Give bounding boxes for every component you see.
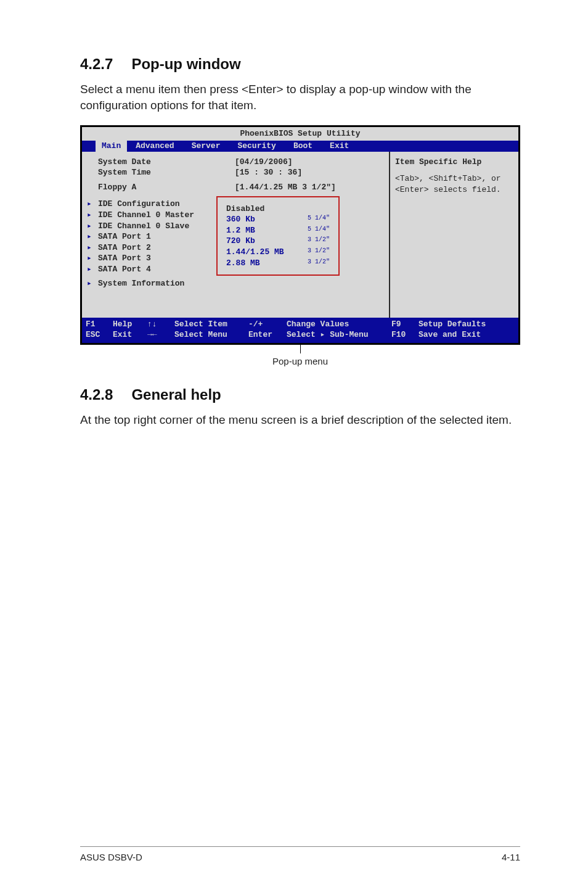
value-floppy-a[interactable]: [1.44/1.25 MB 3 1/2"]	[235, 182, 336, 193]
foot-label-select-submenu: Select ▸ Sub-Menu	[287, 329, 391, 340]
section-heading-general: 4.2.8General help	[80, 386, 520, 403]
footer-left: ASUS DSBV-D	[80, 852, 142, 862]
submenu-label: SATA Port 4	[98, 264, 151, 275]
foot-key-f1: F1	[86, 319, 113, 330]
popup-option-720kb[interactable]: 720 Kb3 1/2"	[226, 236, 330, 247]
label-system-date: System Date	[87, 157, 235, 168]
tab-server[interactable]: Server	[183, 141, 229, 152]
bios-left-pane: System Date [04/19/2006] System Time [15…	[82, 152, 389, 318]
section-title: General help	[131, 386, 221, 403]
foot-label-change-values: Change Values	[287, 319, 391, 330]
foot-label-select-menu: Select Menu	[174, 329, 248, 340]
arrow-right-icon: ▸	[87, 253, 98, 264]
footer-right: 4-11	[502, 852, 520, 862]
updown-icon: ↑↓	[147, 319, 174, 330]
foot-label-setup-defaults: Setup Defaults	[419, 319, 515, 330]
arrow-right-icon: ▸	[87, 221, 98, 232]
bios-title: PhoenixBIOS Setup Utility	[82, 127, 518, 141]
submenu-label: IDE Channel 0 Master	[98, 210, 194, 221]
foot-key-esc: ESC	[86, 329, 113, 340]
footer-rule	[80, 846, 520, 847]
value-system-time[interactable]: [15 : 30 : 36]	[235, 167, 302, 178]
section-number: 4.2.7	[80, 56, 113, 73]
arrow-right-icon: ▸	[87, 199, 98, 210]
foot-key-minusplus: -/+	[248, 319, 287, 330]
foot-key-f10: F10	[391, 329, 419, 340]
help-title: Item Specific Help	[395, 157, 513, 168]
section-title: Pop-up window	[131, 56, 240, 72]
tab-main[interactable]: Main	[96, 141, 127, 152]
section-heading-popup: 4.2.7Pop-up window	[80, 56, 520, 73]
foot-key-f9: F9	[391, 319, 419, 330]
tab-exit[interactable]: Exit	[321, 141, 357, 152]
foot-label-select-item: Select Item	[174, 319, 248, 330]
section-number: 4.2.8	[80, 386, 113, 403]
submenu-label: SATA Port 3	[98, 253, 151, 264]
popup-option-1-44mb[interactable]: 1.44/1.25 MB3 1/2"	[226, 247, 330, 258]
bios-window: PhoenixBIOS Setup Utility Main Advanced …	[80, 125, 520, 345]
arrow-right-icon: ▸	[87, 210, 98, 221]
foot-label-exit: Exit	[113, 329, 147, 340]
bios-help-pane: Item Specific Help <Tab>, <Shift+Tab>, o…	[389, 152, 518, 318]
submenu-system-info[interactable]: ▸System Information	[87, 278, 380, 289]
bios-tabbar: Main Advanced Server Security Boot Exit	[82, 141, 518, 152]
value-system-date[interactable]: [04/19/2006]	[235, 157, 293, 168]
caption-pointer-line	[300, 345, 301, 353]
arrow-right-icon: ▸	[87, 278, 98, 289]
section-body-general: At the top right corner of the menu scre…	[80, 412, 520, 428]
submenu-label: SATA Port 1	[98, 231, 151, 242]
popup-option-2-88mb[interactable]: 2.88 MB3 1/2"	[226, 258, 330, 269]
help-text: <Tab>, <Shift+Tab>, or <Enter> selects f…	[395, 173, 513, 195]
page-footer: ASUS DSBV-D 4-11	[80, 852, 520, 887]
tab-boot[interactable]: Boot	[285, 141, 321, 152]
tab-advanced[interactable]: Advanced	[127, 141, 182, 152]
section-body-popup: Select a menu item then press <Enter> to…	[80, 81, 520, 113]
popup-option-disabled[interactable]: Disabled	[226, 204, 330, 215]
label-floppy-a: Floppy A	[87, 182, 235, 193]
arrow-right-icon: ▸	[87, 264, 98, 275]
figure-caption: Pop-up menu	[80, 356, 520, 366]
foot-label-save-exit: Save and Exit	[419, 329, 515, 340]
foot-label-help: Help	[113, 319, 147, 330]
foot-key-enter: Enter	[248, 329, 287, 340]
arrow-right-icon: ▸	[87, 231, 98, 242]
popup-option-360kb[interactable]: 360 Kb5 1/4"	[226, 214, 330, 225]
submenu-label: IDE Channel 0 Slave	[98, 221, 189, 232]
leftright-icon: →←	[147, 329, 174, 340]
label-system-time: System Time	[87, 167, 235, 178]
arrow-right-icon: ▸	[87, 242, 98, 254]
submenu-label: IDE Configuration	[98, 199, 180, 210]
popup-menu[interactable]: Disabled 360 Kb5 1/4" 1.2 MB5 1/4" 720 K…	[216, 196, 340, 276]
submenu-label: SATA Port 2	[98, 242, 151, 254]
bios-footer: F1 Help ↑↓ Select Item -/+ Change Values…	[82, 318, 518, 343]
submenu-label: System Information	[98, 278, 184, 289]
tab-security[interactable]: Security	[229, 141, 284, 152]
popup-option-1-2mb[interactable]: 1.2 MB5 1/4"	[226, 225, 330, 236]
